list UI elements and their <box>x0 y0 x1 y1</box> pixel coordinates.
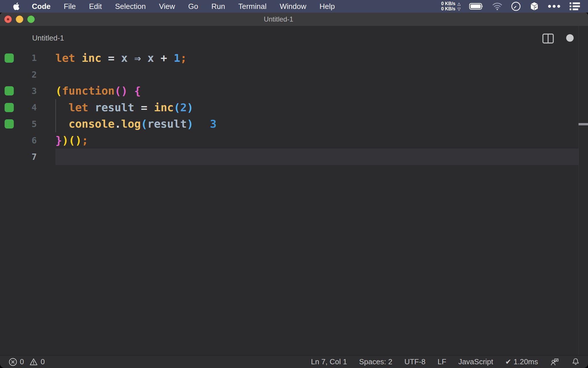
code-token <box>128 52 134 64</box>
problems-button[interactable]: 0 0 <box>9 357 45 366</box>
close-button[interactable] <box>4 16 12 23</box>
menu-item-run[interactable]: Run <box>205 2 232 11</box>
coverage-indicator <box>5 119 14 129</box>
code-text[interactable]: (function() { <box>55 83 579 99</box>
code-text[interactable] <box>55 66 579 83</box>
code-token <box>134 101 141 114</box>
code-left-margin <box>37 50 55 66</box>
code-token <box>55 118 69 130</box>
menu-item-terminal[interactable]: Terminal <box>232 2 273 11</box>
code-token <box>101 52 108 64</box>
eol-setting[interactable]: LF <box>438 357 446 366</box>
code-token: = <box>108 52 115 64</box>
code-left-margin <box>37 99 55 116</box>
line-number[interactable]: 3 <box>17 86 37 96</box>
perf-value: 1.20ms <box>514 357 538 366</box>
code-token: log <box>121 118 141 130</box>
language-mode[interactable]: JavaScript <box>458 357 493 366</box>
warning-count: 0 <box>40 357 45 366</box>
line-number[interactable]: 4 <box>17 102 37 112</box>
menu-item-edit[interactable]: Edit <box>82 2 109 11</box>
code-token: inc <box>82 52 102 64</box>
code-token: . <box>115 118 121 130</box>
line-number[interactable]: 2 <box>17 70 37 80</box>
code-token: + <box>160 52 167 64</box>
code-token: 1 <box>174 52 180 64</box>
menu-item-help[interactable]: Help <box>313 2 341 11</box>
zoom-button[interactable] <box>27 16 35 23</box>
code-line-1[interactable]: 1let inc = x ⇒ x + 1; <box>0 50 579 66</box>
line-number[interactable]: 1 <box>17 53 37 63</box>
split-editor-button[interactable] <box>542 33 554 44</box>
line-number[interactable]: 5 <box>17 119 37 129</box>
menu-item-selection[interactable]: Selection <box>109 2 152 11</box>
menu-item-go[interactable]: Go <box>182 2 205 11</box>
tab-untitled-1[interactable]: Untitled-1 <box>32 34 64 43</box>
line-number[interactable]: 7 <box>17 152 37 162</box>
code-token <box>115 52 121 64</box>
code-line-4[interactable]: 4 let result = inc(2) <box>0 99 579 116</box>
encoding-setting[interactable]: UTF-8 <box>404 357 425 366</box>
gutter-marker-cell <box>0 116 17 132</box>
quokka-perf[interactable]: ✔ 1.20ms <box>505 357 538 366</box>
code-token: ( <box>69 134 75 147</box>
code-text[interactable]: })(); <box>55 132 579 149</box>
warning-icon <box>29 358 38 366</box>
minimize-button[interactable] <box>16 16 23 23</box>
error-icon <box>9 358 17 366</box>
battery-menu[interactable] <box>469 3 483 10</box>
code-line-7[interactable]: 7 <box>0 149 579 165</box>
gutter-marker-cell <box>0 83 17 99</box>
clock-app-menu[interactable] <box>511 1 521 11</box>
window-title: Untitled-1 <box>264 15 293 23</box>
cursor-position[interactable]: Ln 7, Col 1 <box>311 357 347 366</box>
code-line-2[interactable]: 2 <box>0 66 579 83</box>
menu-bar: Code File Edit Selection View Go Run Ter… <box>0 0 588 13</box>
indentation-setting[interactable]: Spaces: 2 <box>359 357 392 366</box>
overview-ruler[interactable] <box>579 26 579 355</box>
code-line-6[interactable]: 6})(); <box>0 132 579 149</box>
code-text[interactable]: let inc = x ⇒ x + 1; <box>55 50 579 66</box>
list-icon <box>569 2 581 11</box>
code-text[interactable]: console.log(result) 3 <box>55 116 579 132</box>
menu-item-code[interactable]: Code <box>25 2 57 11</box>
code-token <box>167 52 174 64</box>
down-triangle-icon: ▽ <box>457 6 461 12</box>
editor-region[interactable]: Untitled-1 1let inc = x ⇒ x + 1;23(funct… <box>0 26 588 355</box>
line-number[interactable]: 6 <box>17 135 37 145</box>
coverage-indicator <box>5 103 14 112</box>
code-token: { <box>134 85 141 97</box>
menu-item-file[interactable]: File <box>57 2 82 11</box>
feedback-button[interactable] <box>550 357 559 367</box>
network-speed-indicator[interactable]: 0 KB/s △ 0 KB/s ▽ <box>441 1 461 12</box>
code-token: x <box>147 52 154 64</box>
code-token <box>141 52 148 64</box>
coverage-indicator <box>5 53 14 63</box>
code-line-5[interactable]: 5 console.log(result) 3 <box>0 116 579 132</box>
menu-item-window[interactable]: Window <box>273 2 313 11</box>
up-triangle-icon: △ <box>457 1 461 6</box>
window-titlebar[interactable]: Untitled-1 <box>0 13 588 26</box>
ellipsis-icon <box>548 5 560 8</box>
cube-app-menu[interactable] <box>529 1 539 11</box>
code-token <box>147 101 154 114</box>
code-text[interactable]: let result = inc(2) <box>55 99 579 116</box>
notifications-button[interactable] <box>571 357 580 367</box>
code-token: ( <box>115 85 121 97</box>
apple-icon <box>13 2 20 11</box>
code-token: ) <box>121 85 128 97</box>
code-line-3[interactable]: 3(function() { <box>0 83 579 99</box>
code-token: } <box>55 134 62 147</box>
menu-item-view[interactable]: View <box>152 2 182 11</box>
code-token <box>154 52 160 64</box>
unsaved-dot-icon[interactable] <box>566 34 574 42</box>
apple-menu[interactable] <box>10 2 22 11</box>
ruler-marker <box>579 123 588 125</box>
code-token: ) <box>187 101 194 114</box>
wifi-menu[interactable] <box>492 2 502 10</box>
list-menu[interactable] <box>569 2 581 11</box>
code-left-margin <box>37 132 55 149</box>
code-text[interactable] <box>55 149 579 165</box>
code-token: ( <box>141 118 147 130</box>
more-menu[interactable] <box>548 5 560 8</box>
